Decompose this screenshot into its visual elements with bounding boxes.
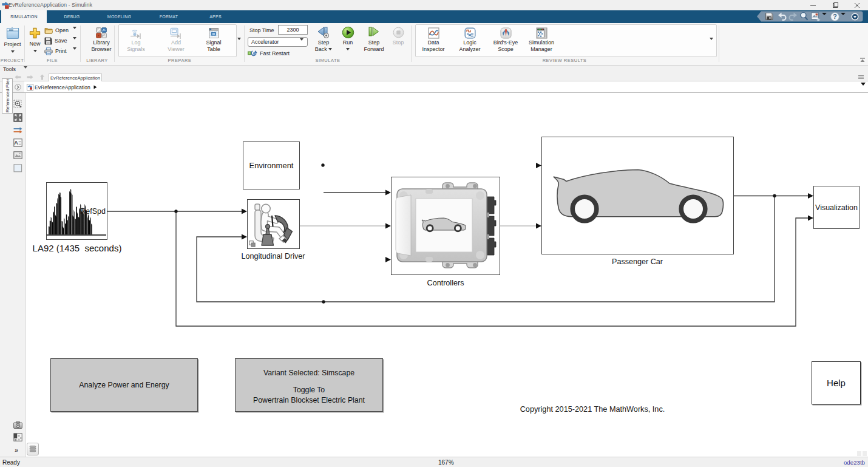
annotation-icon[interactable]: A [13, 138, 22, 147]
review-gallery-caret-icon[interactable] [710, 40, 713, 51]
birds-eye-scope-button[interactable]: Bird's-Eye Scope [489, 27, 522, 53]
status-text: Ready [2, 459, 20, 466]
save-button[interactable]: Save [44, 37, 67, 45]
qat-undo-icon[interactable] [778, 12, 787, 21]
scrollbar-stub [863, 451, 867, 456]
block-label-passenger-car: Passenger Car [612, 257, 663, 266]
print-icon [44, 47, 53, 55]
block-label-environment: Environment [249, 161, 294, 170]
tab-list-icon[interactable] [858, 75, 864, 80]
run-caret-icon [346, 48, 350, 50]
svg-text:A: A [14, 140, 18, 146]
qat-help-icon[interactable]: ? [830, 12, 839, 21]
toolstrip: PROJECT FILE LIBRARY PREPARE SIMULATE RE… [0, 23, 868, 66]
tab-modeling[interactable]: MODELING [102, 10, 137, 23]
block-passenger-car[interactable] [541, 137, 734, 254]
scrollbar-stub [857, 451, 861, 456]
stop-button[interactable]: Stop [390, 27, 407, 46]
variant-toggle-button[interactable]: Variant Selected: Simscape Toggle To Pow… [235, 358, 383, 412]
qat-save-icon[interactable] [765, 12, 773, 21]
block-label-longitudinal-driver: Longitudinal Driver [241, 252, 305, 261]
route-signals-icon[interactable] [13, 126, 22, 135]
block-visualization[interactable]: Visualization [813, 186, 860, 229]
solver-name[interactable]: ode23tb [844, 459, 865, 466]
block-environment[interactable]: Environment [243, 141, 300, 189]
qat-search-icon[interactable] [799, 12, 809, 21]
document-tab[interactable]: EvReferenceApplication [49, 73, 102, 81]
expand-panel-icon[interactable] [15, 84, 21, 90]
fast-restart-button[interactable]: Fast Restart [248, 50, 290, 57]
quick-access-toolbar: ? [753, 11, 863, 22]
print-button[interactable]: Print [44, 47, 67, 55]
zoom-region-icon[interactable] [13, 100, 22, 108]
model-canvas[interactable]: RefSpd LA92 (1435 seconds) Environment [25, 93, 868, 457]
zoom-level: 167% [438, 459, 454, 466]
step-back-button[interactable]: Step Back [313, 26, 334, 53]
forward-icon[interactable] [27, 75, 33, 80]
tab-simulation[interactable]: SIMULATION [1, 10, 47, 23]
tab-apps[interactable]: APPS [203, 10, 228, 23]
new-button[interactable]: New [27, 27, 42, 52]
variant-badge-icon [249, 240, 256, 247]
project-button[interactable]: Project [2, 27, 22, 53]
expand-palette-icon[interactable]: » [15, 446, 18, 454]
signal-table-button[interactable]: Signal Table [200, 27, 227, 53]
collapse-toolstrip-icon[interactable] [860, 58, 866, 63]
area-box-icon[interactable] [13, 164, 22, 172]
analyze-power-button[interactable]: Analyze Power and Energy [50, 358, 198, 412]
ribbon-tab-bar: SIMULATION DEBUG MODELING FORMAT APPS [0, 10, 868, 23]
data-inspector-icon [428, 27, 439, 39]
breadcrumb-item[interactable]: EvReferenceApplication [35, 84, 90, 90]
model-icon [27, 84, 33, 90]
tools-menu[interactable]: Tools [3, 66, 16, 72]
block-controllers[interactable] [391, 177, 500, 275]
close-button[interactable] [846, 0, 868, 10]
section-label-prepare: PREPARE [168, 58, 192, 63]
minimize-button[interactable] [802, 0, 824, 10]
block-longitudinal-driver[interactable] [247, 199, 300, 249]
birds-eye-scope-icon [500, 27, 512, 39]
model-browser-icon[interactable] [13, 433, 22, 441]
block-drive-cycle[interactable]: RefSpd [46, 182, 107, 240]
fast-restart-icon [248, 50, 257, 57]
copyright-text: Copyright 2015-2021 The MathWorks, Inc. [520, 405, 665, 414]
back-icon[interactable] [15, 75, 21, 80]
step-forward-button[interactable]: Step Forward [361, 26, 387, 53]
qat-options-icon[interactable] [851, 13, 859, 21]
logic-analyzer-button[interactable]: Logic Analyzer [456, 27, 483, 53]
svg-text:?: ? [833, 13, 836, 20]
simulation-manager-button[interactable]: Simulation Manager [527, 27, 556, 53]
breadcrumb-bar: EvReferenceApplication [0, 81, 868, 93]
stop-time-input[interactable]: 2300 [278, 25, 308, 35]
data-inspector-button[interactable]: Data Inspector [420, 27, 447, 53]
open-button[interactable]: Open [44, 27, 69, 34]
simulation-mode-select[interactable]: Accelerator [248, 37, 308, 47]
run-icon [342, 26, 354, 39]
referenced-files-tab[interactable]: Referenced Files [2, 78, 13, 114]
qat-redo-icon[interactable] [788, 12, 798, 21]
add-viewer-button[interactable]: Add Viewer [163, 27, 189, 53]
step-forward-icon [367, 26, 381, 39]
log-signals-button[interactable]: Log Signals [123, 27, 149, 53]
port-label-refspd: RefSpd [80, 207, 106, 216]
maximize-button[interactable] [824, 0, 846, 10]
fit-to-view-icon[interactable] [13, 113, 22, 121]
stop-time-label: Stop Time [249, 27, 274, 34]
print-caret-icon[interactable] [73, 50, 76, 61]
viewmarks-button[interactable] [27, 443, 39, 455]
camera-icon[interactable] [13, 421, 22, 430]
car-icon [542, 137, 733, 253]
tab-debug[interactable]: DEBUG [56, 10, 88, 23]
help-button[interactable]: Help [812, 361, 861, 404]
library-browser-button[interactable]: Library Browser [87, 27, 116, 53]
image-icon[interactable] [13, 151, 22, 160]
tab-format[interactable]: FORMAT [153, 10, 185, 23]
section-label-project: PROJECT [1, 58, 24, 63]
up-icon[interactable] [39, 74, 45, 80]
run-button[interactable]: Run [339, 26, 357, 50]
new-icon [29, 27, 41, 39]
titlebar: EvReferenceApplication - Simulink [0, 0, 868, 10]
qat-screenshot-icon[interactable] [811, 12, 821, 21]
section-label-file: FILE [47, 58, 58, 63]
prepare-gallery-caret-icon[interactable] [237, 40, 241, 51]
